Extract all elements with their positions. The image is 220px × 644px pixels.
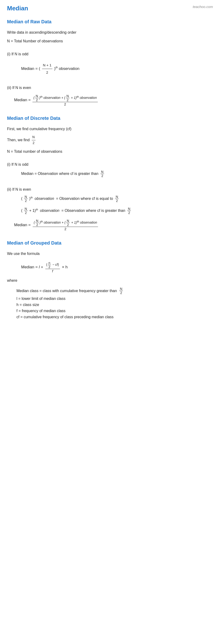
brand-logo: teachoo.com — [193, 5, 213, 9]
frac-N2-odd: N 2 — [100, 170, 104, 178]
discrete-data-title: Median of Discrete Data — [7, 116, 213, 121]
page-header: Median teachoo.com — [7, 5, 213, 12]
frac-N2-even1: N 2 — [24, 195, 28, 203]
section-discrete-data: Median of Discrete Data First, we find c… — [7, 116, 213, 231]
frac-N2-even2: N 2 — [24, 207, 28, 215]
discrete-odd-formula: Median = Observation where cf is greater… — [21, 170, 213, 178]
grouped-item-0: Median class = class with cumulative fre… — [16, 287, 213, 295]
grouped-where-label: where — [7, 277, 213, 284]
frac-N-over-2-inline: N 2 — [32, 134, 35, 146]
discrete-even-line1: ( N 2 )th observation = Observation wher… — [21, 195, 213, 203]
raw-step1: Write data in ascending/descending order — [7, 29, 213, 36]
frac-n2-num: N2 — [35, 94, 39, 102]
discrete-case-odd-label: (i) If N is odd — [7, 161, 213, 168]
median-label-odd: Median = — [21, 66, 39, 71]
frac-N2-even2-rhs: N 2 — [127, 207, 131, 215]
raw-step2: N = Total Number of observations — [7, 38, 213, 44]
grouped-formula: Median = l + (n2 − cf) f × h — [21, 261, 213, 273]
discrete-step1: First, we find cumulative frequency (cf) — [7, 126, 213, 132]
discrete-case-even-label: (ii) If N is even — [7, 186, 213, 192]
grouped-data-title: Median of Grouped Data — [7, 240, 213, 246]
observation-label-odd: observation — [59, 66, 79, 71]
discrete-even-median-formula: Median = (N2)th observation + (N2 + 1)th… — [14, 219, 213, 231]
grouped-item-3: f = frequency of median class — [16, 309, 213, 313]
raw-case-odd-label: (i) If N is odd — [7, 51, 213, 57]
frac-N2-even1-rhs: N 2 — [115, 195, 119, 203]
discrete-step3: N = Total number of observations — [7, 148, 213, 155]
raw-odd-formula: Median = ( N + 1 2 )th observation — [21, 62, 213, 76]
discrete-step2: Then, we find N 2 — [7, 134, 213, 146]
grouped-item-2: h = class size — [16, 303, 213, 307]
grouped-item-4: cf = cumulative frequency of class prece… — [16, 315, 213, 319]
even-big-frac: (N2)th observation + (N2 + 1)th observat… — [32, 94, 98, 106]
frac-N2-grouped: N 2 — [119, 287, 123, 295]
grouped-intro: We use the formula — [7, 250, 213, 257]
discrete-odd-desc: Median = Observation where cf is greater… — [21, 172, 98, 176]
obs-label-e2: observation — [40, 208, 59, 212]
raw-data-title: Median of Raw Data — [7, 19, 213, 24]
section-raw-data: Median of Raw Data Write data in ascendi… — [7, 19, 213, 106]
page-title: Median — [7, 5, 28, 12]
frac-n-plus-1-over-2: N + 1 2 — [42, 62, 52, 76]
open-paren-odd: ( — [39, 66, 40, 71]
raw-case-even-label: (ii) If N is even — [7, 84, 213, 91]
discrete-even-line2: ( N 2 + 1)th observation = Observation w… — [21, 207, 213, 215]
grouped-main-frac: (n2 − cf) f — [45, 261, 60, 273]
frac-n2-plus1-num: N2 — [66, 94, 70, 102]
th-sup-odd: th — [55, 66, 58, 69]
median-label-even: Median = — [14, 98, 32, 102]
discrete-even-big-frac: (N2)th observation + (N2 + 1)th observat… — [33, 219, 98, 231]
obs-label-e1: observation — [34, 196, 54, 200]
raw-even-formula: Median = (N2)th observation + (N2 + 1)th… — [14, 94, 213, 106]
grouped-item-1: l = lower limit of median class — [16, 296, 213, 301]
section-grouped-data: Median of Grouped Data We use the formul… — [7, 240, 213, 319]
